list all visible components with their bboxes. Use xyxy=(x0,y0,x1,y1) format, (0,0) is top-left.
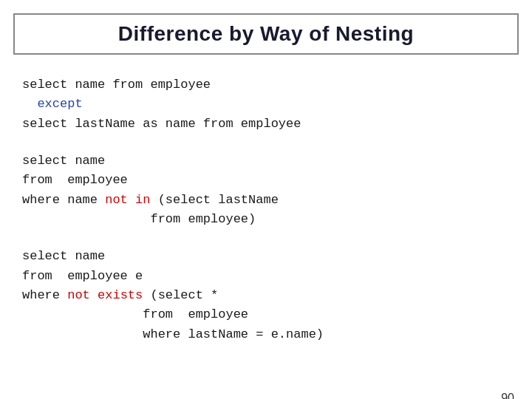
code-line: where not exists (select * xyxy=(22,288,218,302)
code-line: from employee xyxy=(22,307,248,321)
code-line: select name xyxy=(22,249,105,263)
slide-content: select name from employee except select … xyxy=(0,68,532,369)
slide: Difference by Way of Nesting select name… xyxy=(0,13,532,399)
code-line: from employee) xyxy=(22,212,256,226)
code-block-1: select name from employee except select … xyxy=(22,75,510,134)
code-line: select name from employee xyxy=(22,78,211,92)
code-line: from employee xyxy=(22,173,128,187)
page-number: 90 xyxy=(501,392,514,399)
code-line: select lastName as name from employee xyxy=(22,117,301,131)
code-line: select name xyxy=(22,154,105,168)
code-block-2: select name from employee where name not… xyxy=(22,151,510,229)
code-line: from employee e xyxy=(22,269,143,283)
title-bar: Difference by Way of Nesting xyxy=(13,13,519,55)
code-line: where lastName = e.name) xyxy=(22,327,324,341)
slide-title: Difference by Way of Nesting xyxy=(118,22,414,45)
code-line: where name not in (select lastName xyxy=(22,193,279,207)
code-block-3: select name from employee e where not ex… xyxy=(22,247,510,344)
code-line: except xyxy=(22,97,83,111)
